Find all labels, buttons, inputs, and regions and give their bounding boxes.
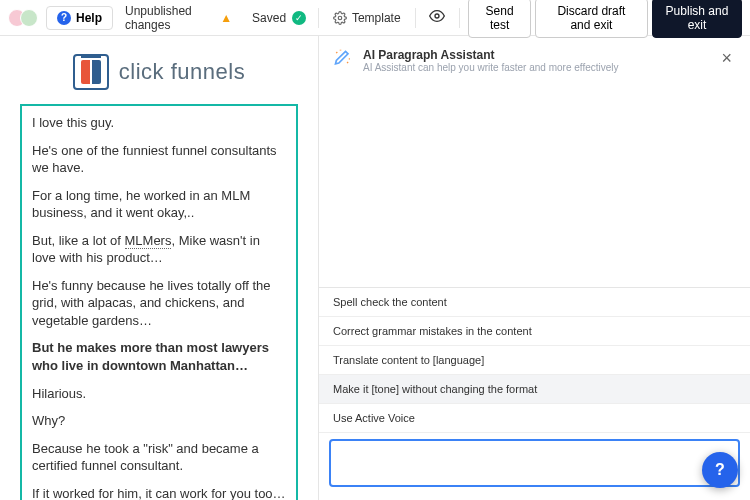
preview-button[interactable] [419,8,455,27]
ai-input[interactable] [329,439,740,487]
editor-panel: click funnels I love this guy. He's one … [0,36,318,500]
top-toolbar: ? Help Unpublished changes ▲ Saved ✓ Tem… [0,0,750,36]
paragraph: Hilarious. [32,385,286,403]
content-block[interactable]: I love this guy. He's one of the funnies… [20,104,298,500]
suggestion-item[interactable]: Correct grammar mistakes in the content [319,317,750,346]
separator [415,8,416,28]
paragraph: Why? [32,412,286,430]
ai-input-row [319,433,750,500]
paragraph: For a long time, he worked in an MLM bus… [32,187,286,222]
svg-point-0 [338,16,342,20]
paragraph: He's one of the funniest funnel consulta… [32,142,286,177]
paragraph: If it worked for him, it can work for yo… [32,485,286,500]
avatar [20,9,38,27]
template-button[interactable]: Template [323,11,411,25]
paragraph-bold: But he makes more than most lawyers who … [32,339,286,374]
saved-label: Saved [252,11,286,25]
logo-text: click funnels [119,59,245,85]
help-button[interactable]: ? Help [46,6,113,30]
unpublished-label: Unpublished changes [125,4,214,32]
send-test-button[interactable]: Send test [468,0,531,38]
gear-icon [333,11,347,25]
suggestion-item[interactable]: Use Active Voice [319,404,750,433]
logo-icon [73,54,109,90]
suggestion-item[interactable]: Spell check the content [319,288,750,317]
paragraph: But, like a lot of MLMers, Mike wasn't i… [32,232,286,267]
ai-subtitle: AI Assistant can help you write faster a… [363,62,619,73]
svg-point-1 [435,14,439,18]
logo: click funnels [20,54,298,90]
ai-panel: AI Paragraph Assistant AI Assistant can … [318,36,750,500]
template-label: Template [352,11,401,25]
suggestion-item[interactable]: Make it [tone] without changing the form… [319,375,750,404]
paragraph: He's funny because he lives totally off … [32,277,286,330]
publish-button[interactable]: Publish and exit [652,0,742,38]
eye-icon [429,8,445,24]
paragraph: Because he took a "risk" and became a ce… [32,440,286,475]
check-icon: ✓ [292,11,306,25]
help-label: Help [76,11,102,25]
close-icon[interactable]: × [717,48,736,69]
ai-title: AI Paragraph Assistant [363,48,619,62]
avatar-group [8,9,38,27]
main-area: click funnels I love this guy. He's one … [0,36,750,500]
warning-icon: ▲ [220,11,232,25]
ai-header: AI Paragraph Assistant AI Assistant can … [319,36,750,85]
unpublished-status: Unpublished changes ▲ [117,4,240,32]
paragraph: I love this guy. [32,114,286,132]
suggestion-item[interactable]: Translate content to [language] [319,346,750,375]
saved-status: Saved ✓ [244,11,314,25]
help-icon: ? [57,11,71,25]
wand-icon [333,48,353,68]
discard-button[interactable]: Discard draft and exit [535,0,648,38]
help-fab[interactable]: ? [702,452,738,488]
separator [318,8,319,28]
suggestions-list: Spell check the content Correct grammar … [319,287,750,433]
separator [459,8,460,28]
